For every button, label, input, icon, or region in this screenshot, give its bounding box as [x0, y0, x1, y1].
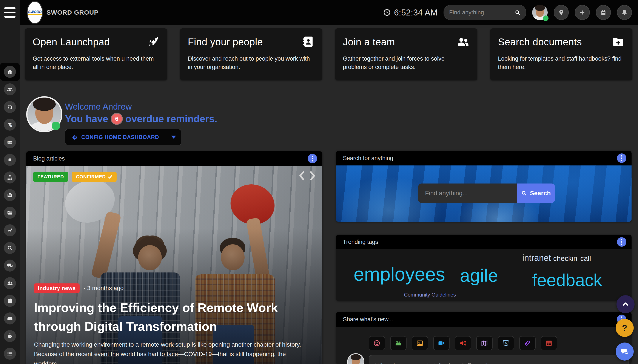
user-friends-icon — [7, 280, 13, 286]
panel-header: Blog articles — [26, 151, 322, 166]
card-join-a-team[interactable]: Join a team Gather together and join for… — [335, 28, 477, 80]
sidebar-item-stop[interactable] — [4, 154, 16, 166]
tag-community-guidelines[interactable]: Community Guidelines — [404, 292, 456, 298]
config-dropdown-toggle[interactable] — [166, 129, 181, 145]
reminder-count-badge: 6 — [112, 114, 122, 124]
global-search — [444, 5, 526, 20]
carousel-next-button[interactable] — [309, 170, 316, 181]
tag-intranet[interactable]: intranet — [522, 254, 551, 262]
chevron-right-icon — [310, 171, 315, 180]
html5-icon: 5 — [502, 340, 510, 347]
map-button[interactable] — [476, 336, 493, 350]
sidebar-item-mail[interactable] — [4, 189, 16, 201]
card-search-documents[interactable]: Search documents Looking for templates a… — [490, 28, 632, 80]
sidebar-item-tasks[interactable] — [4, 348, 16, 360]
brand-name: SWORD GROUP — [47, 9, 99, 16]
welcome-greeting[interactable]: Welcome Andrew — [65, 102, 132, 112]
chat-button[interactable] — [616, 342, 634, 360]
top-bar: SWORD UPGRADE YOUR BUSINESS SWORD GROUP … — [20, 0, 638, 25]
sidebar-item-conversations[interactable] — [4, 260, 16, 272]
tag-checkin[interactable]: checkin — [553, 255, 577, 262]
tag-agile[interactable]: agile — [460, 266, 498, 284]
sidebar-item-documents[interactable] — [4, 207, 16, 219]
notifications-button[interactable] — [617, 5, 632, 20]
envelope-open-icon — [7, 192, 13, 198]
reminder-suffix: overdue reminders. — [125, 113, 217, 125]
sidebar-item-search[interactable] — [4, 242, 16, 254]
funnel-dollar-icon: $ — [7, 122, 13, 128]
form-button[interactable] — [541, 336, 557, 350]
sidebar-item-org-chart[interactable] — [4, 172, 16, 184]
sidebar-item-calendar[interactable] — [4, 295, 16, 307]
carousel-prev-button[interactable] — [298, 170, 305, 181]
gif-button[interactable] — [390, 336, 407, 350]
share-whats-new-panel: Share what's new... 5 — [336, 312, 631, 364]
article-hero-image[interactable]: FEATURED CONFIRMED Industry news · 3 mon… — [26, 166, 322, 364]
banner-search-group: Search — [418, 184, 555, 203]
panel-options-button[interactable] — [617, 154, 626, 163]
panel-title: Share what's new... — [343, 316, 393, 323]
tag-employees[interactable]: employees — [354, 265, 445, 284]
config-dashboard-button[interactable]: CONFIG HOME DASHBOARD — [65, 129, 166, 145]
dashboard-page: SWORD UPGRADE YOUR BUSINESS SWORD GROUP … — [0, 0, 638, 364]
users-icon — [7, 86, 13, 92]
welcome-avatar[interactable] — [26, 96, 62, 132]
card-title: Open Launchpad — [33, 36, 159, 48]
link-button[interactable] — [519, 336, 536, 350]
sidebar-item-time-tracking[interactable] — [4, 330, 16, 342]
sitemap-icon — [7, 174, 13, 180]
tag-call[interactable]: call — [580, 255, 591, 262]
global-search-input[interactable] — [444, 5, 509, 20]
global-search-button[interactable] — [509, 5, 526, 20]
quick-links-row: Open Launchpad Get access to external to… — [25, 28, 632, 80]
confirmed-badge: CONFIRMED — [72, 172, 117, 182]
sidebar-item-support[interactable] — [4, 101, 16, 113]
map-marker-icon — [558, 9, 564, 16]
sidebar-item-launchpad[interactable] — [4, 224, 16, 236]
add-button[interactable] — [575, 5, 590, 20]
sidebar-item-colleagues[interactable] — [4, 83, 16, 96]
composer-input[interactable] — [369, 355, 629, 364]
svg-text:$: $ — [8, 142, 9, 143]
reminder-line[interactable]: You have 6 overdue reminders. — [65, 113, 217, 125]
card-find-your-people[interactable]: Find your people Discover and reach out … — [180, 28, 322, 80]
image-button[interactable] — [412, 336, 428, 350]
home-icon — [7, 69, 13, 75]
emoji-button[interactable] — [369, 336, 385, 350]
plus-icon — [579, 9, 585, 16]
menu-button[interactable] — [4, 7, 16, 18]
banner-search-input[interactable] — [418, 184, 517, 203]
help-button[interactable]: ? — [616, 319, 634, 337]
planner-button[interactable] — [596, 5, 611, 20]
article-title[interactable]: Improving the Efficiency of Remote Work … — [34, 298, 314, 336]
card-open-launchpad[interactable]: Open Launchpad Get access to external to… — [25, 28, 167, 80]
online-status-dot — [543, 16, 548, 21]
category-badge[interactable]: Industry news — [34, 284, 80, 293]
tag-feedback[interactable]: feedback — [532, 272, 602, 289]
sidebar-item-home[interactable] — [4, 66, 16, 78]
tag-cloud: employees agile intranet checkin call fe… — [336, 249, 631, 301]
blog-articles-panel: Blog articles FEATURED — [26, 151, 322, 364]
rocket-icon — [7, 227, 13, 233]
panel-options-button[interactable] — [617, 237, 626, 247]
video-button[interactable] — [433, 336, 450, 350]
speaker-icon — [459, 340, 467, 347]
audio-button[interactable] — [455, 336, 471, 350]
card-title: Search documents — [498, 36, 625, 48]
location-button[interactable] — [554, 5, 569, 20]
sidebar-item-sales-funnel[interactable]: $ — [4, 118, 16, 131]
sidebar-item-teams[interactable] — [4, 277, 16, 289]
panel-title: Trending tags — [343, 239, 378, 246]
user-avatar[interactable] — [532, 5, 548, 20]
sidebar-item-payments[interactable]: $ — [4, 136, 16, 148]
html-button[interactable]: 5 — [498, 336, 514, 350]
posted-time: · 3 months ago — [84, 285, 124, 292]
composer-avatar — [347, 353, 364, 364]
scroll-to-top-button[interactable] — [616, 295, 634, 313]
sidebar-item-storage[interactable] — [4, 312, 16, 324]
banner-search-button[interactable]: Search — [517, 184, 555, 203]
panel-options-button[interactable] — [307, 154, 317, 163]
company-logo[interactable]: SWORD UPGRADE YOUR BUSINESS — [27, 1, 43, 24]
map-icon — [481, 340, 488, 347]
current-time: 6:52:34 AM — [394, 8, 438, 18]
